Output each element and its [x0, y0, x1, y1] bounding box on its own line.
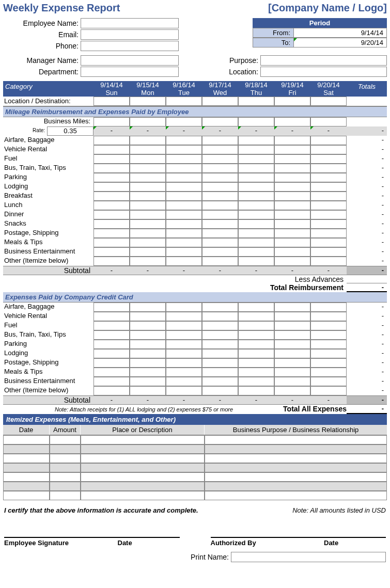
expense-cell[interactable] — [130, 201, 166, 210]
expense-cell[interactable] — [238, 257, 274, 266]
expense-cell[interactable] — [274, 136, 310, 145]
miles-cell[interactable] — [93, 117, 130, 126]
expense-cell[interactable] — [166, 377, 202, 386]
expense-cell[interactable] — [166, 182, 202, 192]
expense-cell[interactable] — [238, 247, 274, 257]
loc-cell[interactable] — [202, 97, 238, 106]
expense-cell[interactable] — [130, 340, 166, 349]
expense-cell[interactable] — [93, 145, 130, 154]
expense-cell[interactable] — [274, 182, 310, 192]
expense-cell[interactable] — [274, 219, 310, 229]
expense-cell[interactable] — [166, 312, 202, 321]
location-input[interactable] — [260, 67, 387, 77]
loc-cell[interactable] — [238, 97, 274, 106]
expense-cell[interactable] — [130, 377, 166, 386]
expense-cell[interactable] — [202, 349, 238, 358]
expense-cell[interactable] — [238, 229, 274, 238]
expense-cell[interactable] — [202, 358, 238, 368]
period-to-value[interactable]: 9/20/14 — [294, 38, 387, 47]
expense-cell[interactable] — [130, 154, 166, 164]
itemized-place-cell[interactable] — [81, 454, 205, 463]
expense-cell[interactable] — [238, 340, 274, 349]
expense-cell[interactable] — [130, 182, 166, 192]
expense-cell[interactable] — [130, 145, 166, 154]
miles-cell[interactable] — [166, 117, 202, 126]
expense-cell[interactable] — [310, 219, 347, 229]
expense-cell[interactable] — [93, 368, 130, 377]
expense-cell[interactable] — [166, 330, 202, 340]
itemized-purpose-cell[interactable] — [205, 482, 387, 491]
expense-cell[interactable] — [238, 154, 274, 164]
expense-cell[interactable] — [93, 201, 130, 210]
expense-cell[interactable] — [310, 154, 347, 164]
expense-cell[interactable] — [238, 192, 274, 201]
miles-cell[interactable] — [310, 117, 347, 126]
loc-cell[interactable] — [93, 97, 130, 106]
expense-cell[interactable] — [202, 321, 238, 330]
loc-cell[interactable] — [130, 97, 166, 106]
expense-cell[interactable] — [166, 358, 202, 368]
expense-cell[interactable] — [166, 229, 202, 238]
itemized-amount-cell[interactable] — [50, 472, 81, 482]
expense-cell[interactable] — [93, 247, 130, 257]
itemized-amount-cell[interactable] — [50, 482, 81, 491]
expense-cell[interactable] — [202, 238, 238, 247]
itemized-purpose-cell[interactable] — [205, 472, 387, 482]
expense-cell[interactable] — [238, 312, 274, 321]
expense-cell[interactable] — [238, 377, 274, 386]
expense-cell[interactable] — [238, 238, 274, 247]
expense-cell[interactable] — [238, 303, 274, 312]
expense-cell[interactable] — [130, 229, 166, 238]
expense-cell[interactable] — [310, 164, 347, 173]
itemized-amount-cell[interactable] — [50, 444, 81, 454]
expense-cell[interactable] — [166, 303, 202, 312]
itemized-place-cell[interactable] — [81, 444, 205, 454]
expense-cell[interactable] — [274, 238, 310, 247]
expense-cell[interactable] — [202, 173, 238, 182]
expense-cell[interactable] — [93, 312, 130, 321]
expense-cell[interactable] — [310, 303, 347, 312]
itemized-date-cell[interactable] — [3, 463, 50, 472]
expense-cell[interactable] — [93, 257, 130, 266]
expense-cell[interactable] — [130, 358, 166, 368]
expense-cell[interactable] — [274, 201, 310, 210]
expense-cell[interactable] — [93, 303, 130, 312]
itemized-date-cell[interactable] — [3, 435, 50, 444]
expense-cell[interactable] — [130, 312, 166, 321]
loc-cell[interactable] — [274, 97, 310, 106]
expense-cell[interactable] — [238, 145, 274, 154]
itemized-date-cell[interactable] — [3, 482, 50, 491]
period-from-value[interactable]: 9/14/14 — [294, 28, 387, 38]
expense-cell[interactable] — [130, 368, 166, 377]
expense-cell[interactable] — [93, 386, 130, 395]
expense-cell[interactable] — [166, 210, 202, 219]
expense-cell[interactable] — [310, 210, 347, 219]
itemized-purpose-cell[interactable] — [205, 435, 387, 444]
expense-cell[interactable] — [238, 164, 274, 173]
expense-cell[interactable] — [166, 349, 202, 358]
expense-cell[interactable] — [93, 136, 130, 145]
email-input[interactable] — [81, 29, 179, 40]
expense-cell[interactable] — [202, 368, 238, 377]
itemized-place-cell[interactable] — [81, 463, 205, 472]
expense-cell[interactable] — [310, 229, 347, 238]
expense-cell[interactable] — [274, 164, 310, 173]
expense-cell[interactable] — [202, 219, 238, 229]
expense-cell[interactable] — [166, 201, 202, 210]
expense-cell[interactable] — [310, 312, 347, 321]
expense-cell[interactable] — [202, 164, 238, 173]
expense-cell[interactable] — [310, 377, 347, 386]
expense-cell[interactable] — [166, 368, 202, 377]
expense-cell[interactable] — [310, 340, 347, 349]
expense-cell[interactable] — [310, 182, 347, 192]
expense-cell[interactable] — [130, 210, 166, 219]
expense-cell[interactable] — [310, 247, 347, 257]
itemized-date-cell[interactable] — [3, 491, 50, 500]
expense-cell[interactable] — [93, 340, 130, 349]
expense-cell[interactable] — [274, 247, 310, 257]
itemized-purpose-cell[interactable] — [205, 491, 387, 500]
itemized-date-cell[interactable] — [3, 472, 50, 482]
itemized-purpose-cell[interactable] — [205, 463, 387, 472]
expense-cell[interactable] — [238, 182, 274, 192]
expense-cell[interactable] — [310, 173, 347, 182]
